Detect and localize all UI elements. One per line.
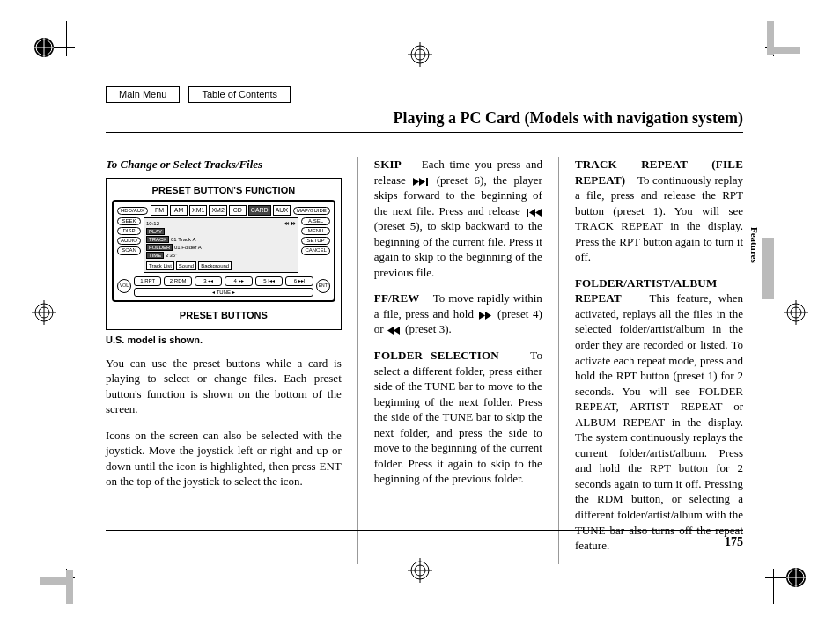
- figure-title: PRESET BUTTON'S FUNCTION: [112, 184, 335, 197]
- radio-btn: A.SEL: [301, 217, 329, 225]
- skip-backward-icon: [526, 209, 542, 217]
- page-title: Playing a PC Card (Models with navigatio…: [106, 107, 743, 133]
- radio-band: XM1: [189, 205, 207, 215]
- column-1: To Change or Select Tracks/Files PRESET …: [106, 157, 342, 564]
- section-subhead: To Change or Select Tracks/Files: [106, 157, 342, 173]
- body-text: Icons on the screen can also be selected…: [106, 428, 342, 489]
- skip-forward-icon: [413, 178, 429, 186]
- registration-mark-icon: [32, 300, 56, 325]
- radio-screen: 10:12 ⯬ ⯮ PLAY TRACK 01 Track A FOLDER 0…: [144, 217, 298, 274]
- radio-btn: MAP/GUIDE: [293, 207, 330, 215]
- screen-label: TIME: [146, 252, 164, 259]
- preset-btn: 6 ▸▸I: [285, 276, 313, 285]
- radio-band: AM: [170, 205, 188, 215]
- figure-preset-function: PRESET BUTTON'S FUNCTION HDD/AUX FM AM X…: [106, 178, 342, 330]
- figure-caption: PRESET BUTTONS: [112, 309, 335, 322]
- tune-bar: ◂ TUNE ▸: [134, 288, 313, 297]
- screen-label: FOLDER: [146, 244, 173, 251]
- svg-rect-27: [527, 209, 528, 217]
- radio-band: XM2: [209, 205, 226, 215]
- vol-knob: VOL: [117, 279, 131, 293]
- screen-tab: Background: [198, 261, 232, 270]
- body-text: FOLDER SELECTION To select a different f…: [374, 348, 542, 487]
- body-text: FF/REW To move rapidly within a file, pr…: [374, 290, 542, 337]
- registration-mark-icon: [408, 42, 432, 67]
- registration-solid-icon: [784, 565, 808, 590]
- radio-btn: SETUP: [301, 237, 329, 245]
- preset-btn: 5 I◂◂: [255, 276, 283, 285]
- rew-icon: [387, 327, 402, 335]
- svg-marker-25: [419, 178, 425, 186]
- screen-value: 01 Track A: [171, 237, 195, 242]
- svg-marker-31: [485, 312, 491, 320]
- radio-btn: AUDIO: [117, 237, 141, 245]
- radio-band-active: CARD: [248, 205, 271, 215]
- radio-illustration: HDD/AUX FM AM XM1 XM2 CD CARD AUX MAP/GU…: [112, 200, 335, 301]
- preset-btn: 1 RPT: [134, 276, 161, 285]
- screen-status: PLAY: [146, 228, 165, 235]
- body-text: FOLDER/ARTIST/ALBUM REPEAT This feature,…: [575, 276, 743, 554]
- radio-btn: MENU: [301, 227, 329, 235]
- preset-btn: 2 RDM: [164, 276, 191, 285]
- screen-value: 01 Folder A: [174, 245, 202, 250]
- svg-marker-24: [413, 178, 419, 186]
- radio-btn: DISP: [117, 227, 141, 235]
- svg-marker-28: [529, 209, 535, 217]
- joystick: ENT: [316, 279, 330, 293]
- svg-rect-26: [426, 178, 428, 186]
- svg-marker-30: [479, 312, 485, 320]
- registration-solid-icon: [32, 35, 56, 60]
- radio-btn: CANCEL: [301, 246, 329, 254]
- body-text: You can use the preset buttons while a c…: [106, 356, 342, 417]
- preset-btn: 4 ▸▸: [225, 276, 252, 285]
- svg-marker-33: [394, 327, 400, 335]
- ff-icon: [479, 312, 493, 320]
- screen-label: TRACK: [146, 236, 169, 243]
- screen-value: 2'35": [166, 253, 177, 258]
- radio-btn: SEEK: [117, 217, 141, 225]
- radio-btn: SCAN: [117, 246, 141, 254]
- body-text: SKIP Each time you press and release (pr…: [374, 157, 542, 280]
- figure-note: U.S. model is shown.: [106, 334, 342, 347]
- radio-band: AUX: [273, 205, 291, 215]
- preset-btn: 3 ◂◂: [195, 276, 222, 285]
- body-text: TRACK REPEAT (FILE REPEAT) To continuous…: [575, 157, 743, 265]
- main-menu-button[interactable]: Main Menu: [106, 86, 180, 103]
- screen-time: 10:12: [146, 220, 159, 227]
- column-2: SKIP Each time you press and release (pr…: [374, 157, 542, 564]
- svg-marker-32: [387, 327, 394, 335]
- toc-button[interactable]: Table of Contents: [188, 86, 291, 103]
- radio-band: CD: [229, 205, 247, 215]
- registration-mark-icon: [784, 300, 808, 325]
- section-tab-label: Features: [748, 227, 761, 263]
- svg-marker-29: [535, 209, 542, 217]
- radio-btn: HDD/AUX: [117, 207, 148, 215]
- screen-tab: Track List: [146, 261, 174, 270]
- page-number: 175: [106, 530, 743, 551]
- section-tab: [762, 238, 774, 299]
- screen-tab: Sound: [176, 261, 196, 270]
- radio-band: FM: [151, 205, 168, 215]
- column-3: TRACK REPEAT (FILE REPEAT) To continuous…: [575, 157, 743, 564]
